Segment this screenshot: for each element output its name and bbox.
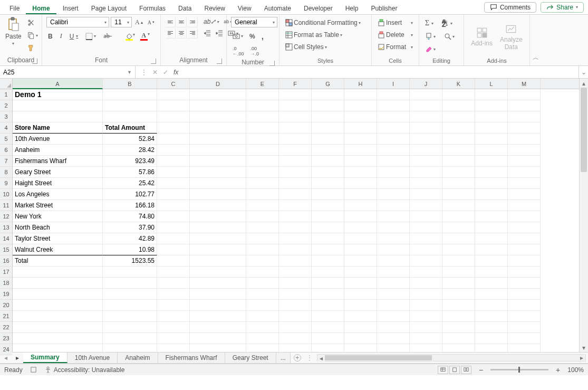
cell[interactable] [246,289,279,300]
row-header[interactable]: 3 [0,111,12,122]
font-color-button[interactable]: A▾ [139,31,149,42]
cell[interactable] [475,178,508,189]
cell[interactable] [344,211,377,222]
cell[interactable] [508,100,541,111]
cell[interactable]: 923.49 [103,156,157,167]
tab-help[interactable]: Help [339,2,365,14]
cell[interactable] [157,311,190,322]
accounting-button[interactable]: ▾ [231,32,245,41]
cell[interactable] [475,278,508,289]
cell[interactable] [508,244,541,255]
find-select-button[interactable]: ▾ [442,32,456,41]
more-sheets-button[interactable]: ... [276,353,291,363]
cell[interactable]: 42.89 [103,233,157,244]
cell[interactable]: Walnut Creek [13,244,103,255]
cell[interactable] [190,289,246,300]
cell[interactable] [246,222,279,233]
dialog-launcher-icon[interactable] [151,59,156,64]
cell[interactable] [246,267,279,278]
column-header[interactable]: J [410,79,442,89]
cell[interactable] [508,267,541,278]
tab-file[interactable]: File [3,2,26,14]
cell[interactable] [279,134,312,145]
share-button[interactable]: Share ▾ [541,2,584,13]
cell[interactable] [312,244,344,255]
cell[interactable]: Fishermans Wharf [13,156,103,167]
cell[interactable] [157,300,190,311]
cell[interactable] [442,178,475,189]
cell[interactable] [103,100,157,111]
cell[interactable] [377,134,410,145]
cell[interactable] [312,222,344,233]
next-sheet-button[interactable]: ▸ [12,354,23,362]
cell[interactable] [410,211,442,222]
cell[interactable] [508,167,541,178]
prev-sheet-button[interactable]: ◂ [0,354,12,362]
zoom-level[interactable]: 100% [567,366,584,374]
scroll-down-button[interactable]: ▾ [580,343,588,352]
cell[interactable] [13,333,103,344]
cell[interactable] [157,189,190,200]
cell[interactable]: Los Angeles [13,189,103,200]
cell[interactable] [410,134,442,145]
cell[interactable] [246,311,279,322]
cell[interactable] [377,156,410,167]
cell[interactable] [377,322,410,333]
cell[interactable] [442,189,475,200]
cell[interactable] [312,289,344,300]
cell[interactable] [190,189,246,200]
cell[interactable] [508,233,541,244]
expand-formula-bar-button[interactable]: ⌄ [579,66,588,78]
cell[interactable] [377,267,410,278]
cell[interactable]: 102.77 [103,189,157,200]
cell[interactable] [410,311,442,322]
row-header[interactable]: 7 [0,156,12,167]
row-header[interactable]: 11 [0,200,12,211]
zoom-out-button[interactable]: − [479,366,483,374]
cell[interactable]: Market Street [13,200,103,211]
tab-view[interactable]: View [232,2,258,14]
cell[interactable] [279,189,312,200]
cell[interactable] [410,333,442,344]
cell[interactable] [410,189,442,200]
cell[interactable] [279,111,312,122]
cell[interactable] [13,322,103,333]
cell[interactable] [312,156,344,167]
cell[interactable] [190,100,246,111]
cell[interactable] [442,255,475,267]
cells-area[interactable]: Demo 1Store NameTotal Amount10th Avenue5… [13,89,579,352]
cell[interactable] [410,255,442,267]
cell[interactable] [312,200,344,211]
cell[interactable] [475,167,508,178]
cell[interactable]: Haight Street [13,178,103,189]
cell[interactable] [246,233,279,244]
cell[interactable] [13,344,103,352]
cell[interactable] [190,222,246,233]
cell[interactable] [344,333,377,344]
column-header[interactable]: A [13,79,103,89]
cell[interactable] [157,333,190,344]
cell[interactable] [13,111,103,122]
cell[interactable] [442,278,475,289]
column-header[interactable]: D [190,79,246,89]
cell[interactable] [246,189,279,200]
tab-automate[interactable]: Automate [258,2,297,14]
cell[interactable] [279,178,312,189]
cell[interactable] [246,134,279,145]
cell[interactable] [442,167,475,178]
cell[interactable] [157,89,190,100]
cell[interactable] [377,278,410,289]
cell[interactable] [103,267,157,278]
cell[interactable] [312,311,344,322]
column-header[interactable]: C [157,79,190,89]
cell[interactable] [103,322,157,333]
cell[interactable] [377,189,410,200]
cell[interactable] [475,156,508,167]
format-cells-button[interactable]: Format▾ [376,42,415,52]
cell[interactable] [508,134,541,145]
cell[interactable] [475,333,508,344]
cell[interactable] [279,311,312,322]
formula-input[interactable] [184,66,579,78]
cell[interactable] [279,300,312,311]
cell[interactable] [377,122,410,134]
